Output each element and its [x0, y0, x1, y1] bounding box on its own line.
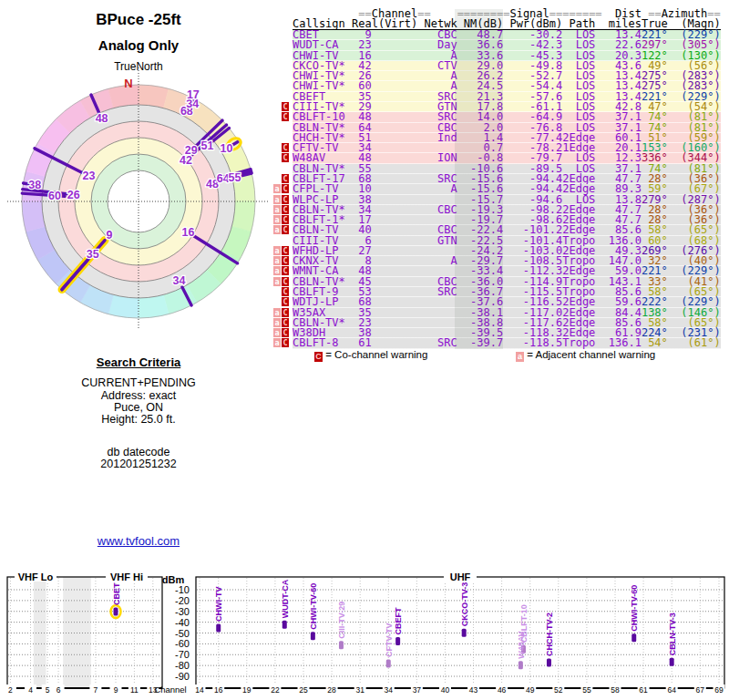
svg-text:-80: -80: [175, 660, 190, 671]
svg-text:60: 60: [48, 190, 61, 202]
svg-text:-60: -60: [175, 638, 190, 649]
svg-text:48: 48: [96, 112, 108, 125]
svg-text:6: 6: [56, 685, 61, 695]
svg-text:49: 49: [526, 685, 535, 695]
svg-text:28: 28: [327, 685, 336, 695]
svg-text:UHF: UHF: [450, 571, 471, 582]
adjacent-channel-warning-icon: a: [273, 328, 281, 337]
adjacent-channel-warning-icon: a: [273, 246, 281, 255]
svg-text:25: 25: [299, 685, 308, 695]
svg-text:38: 38: [28, 179, 41, 191]
co-channel-warning-text: = Co-channel warning: [325, 349, 427, 360]
co-channel-warning-icon: C: [282, 277, 289, 286]
search-address: Address: exact: [0, 389, 277, 402]
svg-text:64: 64: [667, 685, 676, 695]
co-channel-warning-icon: C: [282, 297, 289, 306]
svg-text:VHF Lo: VHF Lo: [18, 571, 54, 582]
svg-text:52: 52: [554, 685, 563, 695]
svg-text:51: 51: [201, 139, 214, 152]
radar-plot: 9352316422660294864513448556810383417N: [2, 55, 275, 339]
co-channel-warning-icon: C: [282, 246, 289, 255]
adjacent-channel-warning-icon: a: [273, 195, 281, 204]
co-channel-warning-icon: C: [282, 215, 289, 224]
co-channel-warning-icon: C: [282, 266, 289, 275]
warning-legend: C = Co-channel warning a = Adjacent chan…: [273, 349, 729, 362]
svg-text:58: 58: [611, 685, 620, 695]
page-subtitle: Analog Only: [0, 37, 277, 53]
signal-level-chart: -10-20-30-40-50-60-70-80-90VHF LoVHF HiU…: [0, 561, 729, 700]
svg-text:VHF Hi: VHF Hi: [110, 571, 143, 582]
svg-text:26: 26: [67, 189, 80, 201]
svg-text:5: 5: [46, 685, 50, 695]
co-channel-warning-icon: C: [282, 225, 289, 234]
svg-text:29: 29: [185, 144, 198, 157]
svg-text:19: 19: [242, 685, 252, 695]
svg-text:CHWI-TV: CHWI-TV: [214, 586, 223, 622]
svg-text:-70: -70: [175, 649, 190, 660]
search-criteria-heading: Search Criteria: [0, 355, 277, 369]
db-datecode-label: db datecode: [0, 446, 277, 458]
svg-text:-90: -90: [175, 671, 190, 682]
svg-text:CHCH-TV-2: CHCH-TV-2: [545, 612, 554, 656]
north-letter: N: [124, 77, 132, 90]
svg-text:16: 16: [181, 226, 194, 239]
svg-text:9: 9: [114, 685, 118, 695]
svg-text:55: 55: [582, 685, 591, 695]
adjacent-channel-warning-icon: a: [273, 318, 281, 327]
adjacent-channel-warning-icon: a: [273, 184, 281, 193]
svg-text:22: 22: [271, 685, 280, 695]
svg-text:CHWI-TV-60: CHWI-TV-60: [630, 585, 639, 632]
svg-text:16: 16: [214, 685, 223, 695]
svg-text:CBLN-TV-3: CBLN-TV-3: [668, 612, 677, 655]
svg-text:67: 67: [696, 685, 705, 695]
svg-text:34: 34: [172, 274, 185, 287]
tvfool-link-wrap: www.tvfool.com: [0, 534, 277, 548]
svg-text:17: 17: [187, 88, 200, 101]
svg-text:2: 2: [8, 685, 13, 695]
svg-text:55: 55: [229, 171, 241, 184]
db-datecode-value: 201201251232: [0, 458, 277, 470]
svg-text:14: 14: [195, 685, 204, 695]
svg-text:-40: -40: [175, 617, 190, 628]
svg-text:11: 11: [130, 685, 139, 695]
svg-text:-50: -50: [175, 628, 190, 639]
adjacent-channel-warning-icon: a: [273, 338, 281, 347]
svg-text:W48AV: W48AV: [517, 631, 526, 658]
svg-text:WUDT-CA: WUDT-CA: [281, 579, 290, 618]
co-channel-warning-icon: C: [282, 205, 289, 214]
search-city: Puce, ON: [0, 401, 277, 414]
svg-text:-10: -10: [175, 584, 190, 595]
svg-text:34: 34: [385, 685, 394, 695]
svg-text:CBEFT: CBEFT: [394, 607, 403, 634]
co-channel-warning-icon: C: [282, 174, 289, 183]
co-channel-warning-icon: C: [282, 102, 289, 111]
co-channel-warning-icon: C: [282, 153, 289, 162]
svg-text:CKCO-TV-3: CKCO-TV-3: [460, 582, 469, 627]
co-channel-warning-icon: C: [282, 256, 289, 265]
search-mode: CURRENT+PENDING: [0, 376, 277, 389]
search-height: Height: 25.0 ft.: [0, 413, 277, 426]
tvfool-link[interactable]: www.tvfool.com: [98, 534, 180, 548]
adjacent-channel-warning-icon: a: [273, 256, 281, 265]
adjacent-channel-warning-icon: a: [273, 308, 281, 317]
svg-text:43: 43: [469, 685, 478, 695]
svg-text:Channel: Channel: [154, 685, 186, 695]
svg-text:40: 40: [441, 685, 450, 695]
svg-text:23: 23: [83, 170, 96, 182]
svg-text:31: 31: [355, 685, 364, 695]
co-channel-warning-icon: C: [282, 184, 289, 193]
svg-text:61: 61: [639, 685, 648, 695]
co-channel-warning-icon: C: [282, 318, 289, 327]
svg-text:CHWI-TV-60: CHWI-TV-60: [309, 583, 318, 630]
adjacent-channel-warning-text: = Adjacent channel warning: [527, 349, 655, 360]
adjacent-channel-warning-icon: a: [273, 225, 281, 234]
svg-text:69: 69: [714, 685, 724, 695]
adjacent-channel-warning-icon: a: [273, 277, 281, 286]
svg-text:35: 35: [87, 248, 99, 261]
adjacent-channel-warning-icon: a: [273, 266, 281, 275]
co-channel-warning-icon: C: [314, 352, 323, 362]
svg-text:-20: -20: [175, 595, 190, 606]
svg-text:37: 37: [413, 685, 422, 695]
tvfool-report: BPuce -25ft Analog Only TrueNorth 935231…: [0, 0, 729, 700]
page-title: BPuce -25ft: [0, 11, 277, 29]
